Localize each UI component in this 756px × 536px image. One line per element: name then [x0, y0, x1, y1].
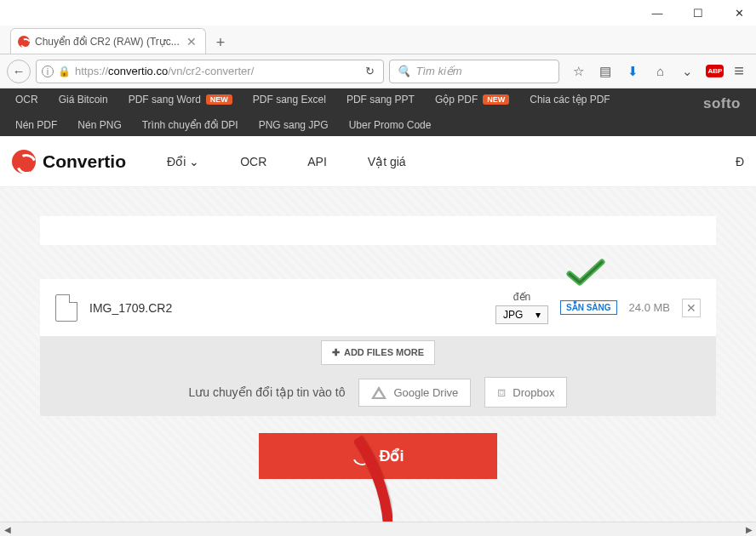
nav-right[interactable]: Đ [736, 155, 744, 168]
home-icon[interactable]: ⌂ [651, 64, 668, 78]
save-to-label: Lưu chuyển đổi tập tin vào tô [189, 385, 346, 399]
site-header: Convertio Đổi ⌄ OCR API Vật giá Đ [0, 136, 756, 187]
format-column: đến JPG▾ [495, 291, 548, 324]
convert-button[interactable]: Đổi [259, 433, 497, 479]
bookmark-link[interactable]: Trình chuyển đổi DPI [142, 119, 238, 131]
nav-convert[interactable]: Đổi ⌄ [167, 155, 199, 168]
content-area: IMG_1709.CR2 đến JPG▾ SẴN SÀNG 24.0 MB ✕… [0, 187, 756, 536]
add-files-button[interactable]: ✚ ADD FILES MORE [321, 340, 435, 365]
refresh-button[interactable]: ↻ [362, 65, 378, 77]
url-text: https://convertio.co/vn/cr2-converter/ [75, 65, 358, 77]
bookmark-bar: OCR Giá Bitcoin PDF sang WordNEW PDF san… [0, 88, 756, 136]
chevron-down-icon: ⌄ [189, 155, 199, 168]
tab-close-button[interactable]: ✕ [185, 35, 198, 48]
save-to-row: Lưu chuyển đổi tập tin vào tô Google Dri… [40, 368, 716, 416]
new-tab-button[interactable]: + [206, 32, 236, 54]
file-size: 24.0 MB [629, 301, 670, 314]
url-bar: ← i 🔒 https://convertio.co/vn/cr2-conver… [0, 54, 756, 88]
downloads-icon[interactable]: ⬇ [624, 64, 641, 79]
dropbox-icon: ⧈ [497, 385, 506, 400]
minimize-button[interactable]: — [647, 7, 667, 20]
scroll-right-icon[interactable]: ▶ [742, 525, 756, 534]
dropbox-button[interactable]: ⧈ Dropbox [484, 377, 567, 408]
status-badge: SẴN SÀNG [560, 300, 617, 315]
search-placeholder: Tìm kiếm [415, 65, 461, 77]
convert-icon [349, 444, 373, 468]
google-drive-button[interactable]: Google Drive [358, 379, 471, 407]
nav-ocr[interactable]: OCR [240, 155, 266, 168]
nav-api[interactable]: API [307, 155, 327, 168]
address-box[interactable]: i 🔒 https://convertio.co/vn/cr2-converte… [36, 60, 384, 83]
maximize-button[interactable]: ☐ [688, 7, 708, 20]
tab-title: Chuyển đổi CR2 (RAW) (Trực... [35, 36, 180, 48]
info-icon[interactable]: i [42, 66, 54, 77]
lock-icon: 🔒 [58, 66, 71, 77]
scroll-left-icon[interactable]: ◀ [0, 525, 14, 534]
bookmark-link[interactable]: Gộp PDFNEW [435, 94, 509, 105]
logo[interactable]: Convertio [12, 150, 126, 174]
search-icon: 🔍 [397, 65, 410, 77]
logo-text: Convertio [43, 151, 126, 172]
bookmark-link[interactable]: PDF sang PPT [346, 94, 415, 105]
add-files-row: ✚ ADD FILES MORE [40, 336, 716, 368]
bookmark-link[interactable]: PNG sang JPG [259, 119, 329, 131]
checkmark-icon [566, 259, 605, 288]
google-drive-icon [371, 386, 387, 399]
bookmark-link[interactable]: PDF sang WordNEW [129, 94, 232, 105]
bookmark-link[interactable]: Giá Bitcoin [59, 94, 108, 105]
browser-tab[interactable]: Chuyển đổi CR2 (RAW) (Trực... ✕ [10, 28, 206, 54]
hamburger-menu-icon[interactable]: ≡ [734, 61, 744, 81]
toolbar-icons: ☆ ▤ ⬇ ⌂ ⌄ ABP ≡ [564, 61, 749, 81]
file-row: IMG_1709.CR2 đến JPG▾ SẴN SÀNG 24.0 MB ✕ [40, 279, 716, 336]
softo-logo: softo [703, 95, 741, 112]
bookmark-star-icon[interactable]: ☆ [570, 64, 587, 79]
new-badge: NEW [483, 94, 509, 105]
library-icon[interactable]: ▤ [597, 64, 614, 79]
bookmark-link[interactable]: PDF sang Excel [253, 94, 326, 105]
plus-icon: ✚ [332, 347, 340, 358]
back-button[interactable]: ← [7, 60, 31, 83]
file-name: IMG_1709.CR2 [89, 301, 484, 315]
bookmark-link[interactable]: Uber Promo Code [349, 119, 432, 131]
abp-icon[interactable]: ABP [706, 65, 724, 77]
convert-row: Đổi [40, 433, 716, 479]
bookmark-link[interactable]: Nén PDF [15, 119, 57, 131]
chevron-down-icon: ▾ [536, 309, 541, 321]
new-badge: NEW [206, 94, 232, 105]
file-icon [55, 294, 77, 322]
bookmark-link[interactable]: OCR [15, 94, 38, 105]
nav-pricing[interactable]: Vật giá [368, 155, 406, 168]
window-controls: — ☐ ✕ [0, 0, 756, 26]
search-box[interactable]: 🔍 Tìm kiếm [389, 60, 559, 83]
favicon-icon [18, 36, 30, 48]
bookmark-link[interactable]: Nén PNG [77, 119, 121, 131]
format-select[interactable]: JPG▾ [495, 305, 548, 324]
horizontal-scrollbar[interactable]: ◀ ▶ [0, 522, 756, 536]
tab-bar: Chuyển đổi CR2 (RAW) (Trực... ✕ + [0, 26, 756, 54]
logo-icon [12, 150, 36, 174]
to-label: đến [513, 291, 530, 303]
remove-file-button[interactable]: ✕ [682, 299, 701, 317]
close-window-button[interactable]: ✕ [729, 7, 749, 20]
pocket-icon[interactable]: ⌄ [679, 64, 696, 79]
bookmark-link[interactable]: Chia các tệp PDF [530, 94, 610, 105]
blank-bar [40, 216, 716, 245]
